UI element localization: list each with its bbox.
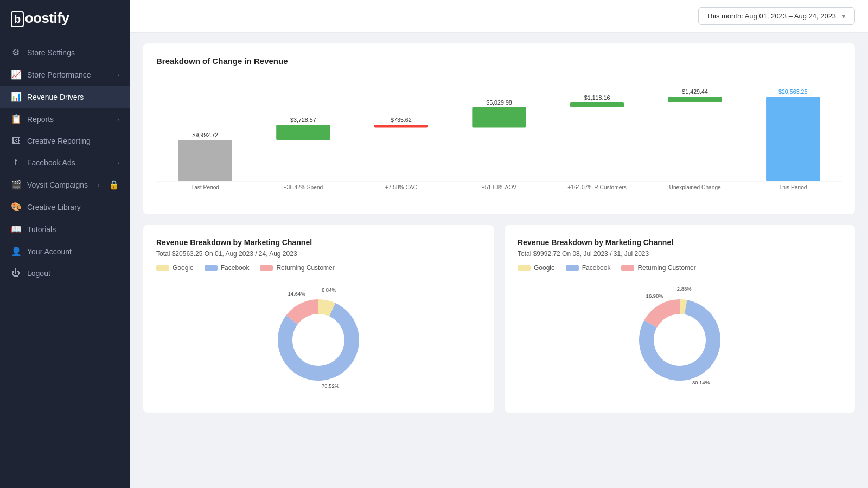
date-range-selector[interactable]: This month: Aug 01, 2023 – Aug 24, 2023 …: [698, 7, 855, 25]
sidebar-label-facebook-ads: Facebook Ads: [27, 158, 111, 167]
sidebar-item-store-performance[interactable]: 📈 Store Performance ›: [0, 63, 130, 86]
legend-item-google: Google: [156, 264, 194, 272]
sidebar-item-logout[interactable]: ⏻ Logout: [0, 262, 130, 284]
sidebar-item-creative-reporting[interactable]: 🖼 Creative Reporting: [0, 130, 130, 152]
donut-right-wrap: 2.88%80.14%16.98%: [518, 280, 842, 400]
sidebar-item-tutorials[interactable]: 📖 Tutorials: [0, 218, 130, 240]
sidebar-label-store-settings: Store Settings: [27, 48, 119, 57]
donut-left-card: Revenue Breakdown by Marketing Channel T…: [143, 225, 494, 413]
sidebar-item-revenue-drivers[interactable]: 📊 Revenue Drivers: [0, 86, 130, 108]
donut-left-subtitle: Total $20563.25 On 01, Aug 2023 / 24, Au…: [156, 250, 481, 258]
sidebar: boostify ⚙ Store Settings 📈 Store Perfor…: [0, 0, 130, 488]
chevron-icon-facebook-ads: ›: [117, 159, 119, 166]
sidebar-item-creative-library[interactable]: 🎨 Creative Library: [0, 196, 130, 218]
bar-spend: [276, 125, 330, 140]
donut-label-0: 2.88%: [677, 286, 692, 292]
donut-label-0: 6.84%: [322, 287, 336, 293]
bar-unexplained: [668, 97, 722, 102]
sidebar-item-facebook-ads[interactable]: f Facebook Ads ›: [0, 152, 130, 174]
bar-aov: [472, 107, 526, 127]
sidebar-label-revenue-drivers: Revenue Drivers: [27, 93, 119, 101]
legend-dot: [518, 265, 531, 271]
legend-label: Returning Customer: [637, 264, 695, 272]
bar-last-period: [178, 140, 232, 181]
donut-right-legend: GoogleFacebookReturning Customer: [518, 264, 842, 272]
legend-dot: [156, 265, 169, 271]
sidebar-nav: ⚙ Store Settings 📈 Store Performance › 📊…: [0, 37, 130, 488]
bar-value-spend: $3,728.57: [290, 117, 316, 123]
donut-label-2: 14.64%: [288, 291, 305, 297]
chevron-icon-reports: ›: [117, 116, 119, 123]
bar-label-this-period: This Period: [779, 184, 807, 190]
store-performance-icon: 📈: [11, 69, 21, 80]
bar-label-unexplained: Unexplained Change: [669, 184, 721, 190]
legend-label: Google: [173, 264, 194, 272]
sidebar-label-logout: Logout: [27, 269, 119, 278]
voysit-campaigns-icon: 🎬: [11, 179, 21, 190]
donut-right-title: Revenue Breakdown by Marketing Channel: [518, 238, 842, 247]
donut-right-subtitle: Total $9992.72 On 08, Jul 2023 / 31, Jul…: [518, 250, 842, 258]
creative-library-icon: 🎨: [11, 202, 21, 212]
legend-dot: [205, 265, 218, 271]
waterfall-card: Breakdown of Change in Revenue $9,992.72…: [143, 43, 855, 214]
bar-this-period: [766, 97, 820, 181]
legend-item-facebook: Facebook: [205, 264, 250, 272]
legend-item-google: Google: [518, 264, 555, 272]
lock-icon-voysit-campaigns: 🔒: [108, 179, 119, 190]
legend-dot: [566, 265, 579, 271]
sidebar-label-store-performance: Store Performance: [27, 70, 111, 79]
sidebar-item-store-settings[interactable]: ⚙ Store Settings: [0, 41, 130, 63]
waterfall-chart: $9,992.72Last Period$3,728.57+38.42% Spe…: [156, 76, 842, 201]
legend-item-returning-customer: Returning Customer: [260, 264, 334, 272]
reports-icon: 📋: [11, 114, 21, 124]
logo-text: boostify: [11, 10, 69, 27]
creative-reporting-icon: 🖼: [11, 136, 21, 146]
donut-row: Revenue Breakdown by Marketing Channel T…: [143, 225, 855, 413]
logout-icon: ⏻: [11, 268, 21, 278]
bar-label-returning: +164.07% R.Customers: [567, 184, 626, 190]
donut-segment-returning-customer: [644, 299, 680, 328]
bar-label-last-period: Last Period: [192, 184, 220, 190]
bar-value-this-period: $20,563.25: [778, 88, 808, 95]
donut-left-title: Revenue Breakdown by Marketing Channel: [156, 238, 481, 247]
topbar: This month: Aug 01, 2023 – Aug 24, 2023 …: [130, 0, 868, 33]
sidebar-label-your-account: Your Account: [27, 247, 119, 256]
donut-label-2: 16.98%: [646, 293, 664, 299]
bar-cac: [374, 125, 428, 128]
sidebar-label-reports: Reports: [27, 115, 111, 124]
content-area: Breakdown of Change in Revenue $9,992.72…: [130, 33, 868, 488]
store-settings-icon: ⚙: [11, 47, 21, 57]
legend-item-returning-customer: Returning Customer: [621, 264, 695, 272]
logo-b-icon: b: [11, 11, 24, 27]
waterfall-title: Breakdown of Change in Revenue: [156, 56, 842, 66]
legend-label: Google: [534, 264, 555, 272]
donut-left-wrap: 6.84%78.52%14.64%: [156, 280, 481, 400]
bar-value-returning: $1,118.16: [584, 94, 610, 101]
sidebar-label-creative-library: Creative Library: [27, 203, 119, 211]
chevron-icon-store-performance: ›: [117, 72, 119, 78]
chevron-icon-voysit-campaigns: ›: [98, 182, 100, 188]
facebook-ads-icon: f: [11, 158, 21, 168]
sidebar-item-your-account[interactable]: 👤 Your Account: [0, 240, 130, 262]
sidebar-item-reports[interactable]: 📋 Reports ›: [0, 108, 130, 130]
bar-label-cac: +7.58% CAC: [385, 184, 417, 190]
bar-value-aov: $5,029.98: [486, 99, 512, 106]
date-range-text: This month: Aug 01, 2023 – Aug 24, 2023: [706, 12, 836, 20]
donut-label-1: 78.52%: [322, 383, 340, 389]
sidebar-label-creative-reporting: Creative Reporting: [27, 137, 119, 145]
legend-label: Facebook: [221, 264, 250, 272]
sidebar-label-tutorials: Tutorials: [27, 225, 119, 234]
bar-value-last-period: $9,992.72: [193, 132, 219, 138]
bar-label-aov: +51.83% AOV: [482, 184, 516, 190]
donut-right-card: Revenue Breakdown by Marketing Channel T…: [505, 225, 855, 413]
chevron-down-icon: ▼: [840, 12, 847, 20]
bar-value-cac: $735.62: [391, 117, 412, 123]
bar-value-unexplained: $1,429.44: [682, 88, 708, 95]
main-area: This month: Aug 01, 2023 – Aug 24, 2023 …: [130, 0, 868, 488]
your-account-icon: 👤: [11, 246, 21, 256]
sidebar-item-voysit-campaigns[interactable]: 🎬 Voysit Campaigns › 🔒: [0, 174, 130, 196]
legend-label: Returning Customer: [276, 264, 334, 272]
waterfall-svg: $9,992.72Last Period$3,728.57+38.42% Spe…: [156, 76, 842, 201]
legend-item-facebook: Facebook: [566, 264, 611, 272]
legend-dot: [621, 265, 634, 271]
